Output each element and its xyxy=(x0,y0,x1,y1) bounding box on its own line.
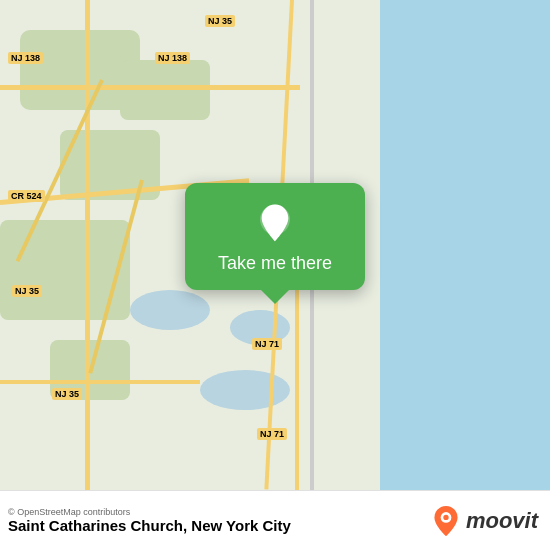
lake xyxy=(130,290,210,330)
bottom-bar: © OpenStreetMap contributors Saint Catha… xyxy=(0,490,550,550)
road-nj35-horizontal xyxy=(0,380,200,384)
attribution-text: © OpenStreetMap contributors xyxy=(8,507,291,517)
road-label-nj71-mid: NJ 71 xyxy=(252,338,282,350)
road-nj35-vertical xyxy=(85,0,90,490)
map-water xyxy=(380,0,550,490)
road-label-cr524: CR 524 xyxy=(8,190,45,202)
moovit-pin-icon xyxy=(432,505,460,537)
road-label-nj138-left: NJ 138 xyxy=(8,52,43,64)
moovit-text: moovit xyxy=(466,508,538,534)
road-label-nj138-right: NJ 138 xyxy=(155,52,190,64)
lake xyxy=(200,370,290,410)
location-pin-icon xyxy=(255,203,295,243)
bottom-left: © OpenStreetMap contributors Saint Catha… xyxy=(8,507,291,534)
road-label-nj35-mid: NJ 35 xyxy=(12,285,42,297)
road-nj138-horizontal xyxy=(0,85,300,90)
take-me-there-label[interactable]: Take me there xyxy=(218,253,332,274)
take-me-there-popup[interactable]: Take me there xyxy=(185,183,365,290)
road-label-nj71-bot: NJ 71 xyxy=(257,428,287,440)
svg-point-3 xyxy=(443,514,448,519)
map: NJ 35 NJ 138 NJ 138 CR 524 NJ 35 NJ 71 N… xyxy=(0,0,550,490)
green-area xyxy=(120,60,210,120)
road-label-nj35-top: NJ 35 xyxy=(205,15,235,27)
moovit-logo: moovit xyxy=(432,505,538,537)
location-name: Saint Catharines Church, New York City xyxy=(8,517,291,534)
road-label-nj35-bot: NJ 35 xyxy=(52,388,82,400)
